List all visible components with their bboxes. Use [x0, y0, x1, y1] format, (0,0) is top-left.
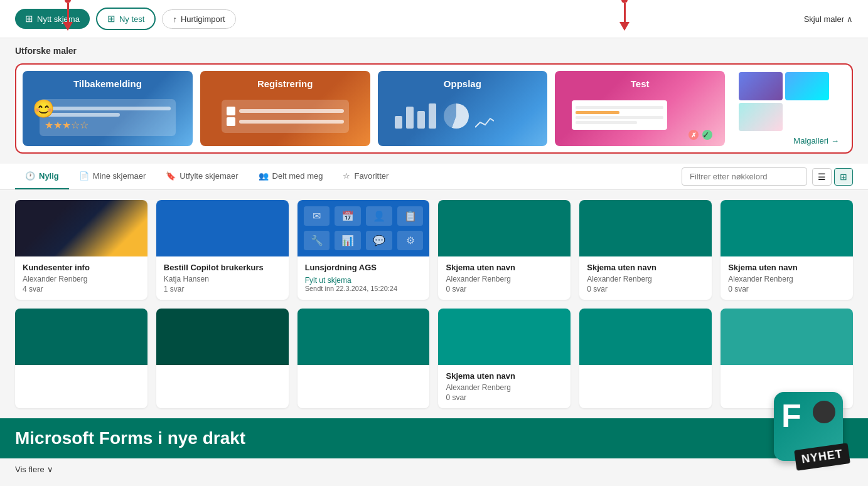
tab-favorites[interactable]: ☆ Favoritter — [333, 164, 399, 189]
form-card-2[interactable]: Bestill Copilot brukerkurs Katja Hansen … — [156, 200, 289, 300]
vis-flere-section: Vis flere ∨ — [0, 458, 868, 484]
form-info-3: Lunsjordning AGS Fylt ut skjema Sendt in… — [297, 256, 430, 298]
checkbox-2 — [227, 117, 235, 126]
form-name-6: Skjema uten navn — [728, 263, 845, 272]
check-bar-2 — [239, 120, 344, 124]
registration-mock — [222, 100, 349, 133]
gallery-img-3 — [739, 103, 783, 131]
gallery-img-1 — [739, 72, 783, 100]
test-icon: ⊞ — [107, 13, 115, 24]
lookup-mock — [395, 103, 531, 129]
form-date-3: Sendt inn 22.3.2024, 15:20:24 — [305, 285, 422, 292]
thumbnail-1 — [15, 200, 147, 256]
arrow-line — [67, 3, 69, 22]
form-card-4[interactable]: Skjema uten navn Alexander Renberg 0 sva… — [438, 200, 571, 300]
form-card-5[interactable]: Skjema uten navn Alexander Renberg 0 sva… — [579, 200, 712, 300]
form-info-10: Skjema uten navn Alexander Renberg 0 sva… — [438, 365, 571, 408]
toolbar: ⊞ Nytt skjema ⊞ Ny test ↑ Hurtigimport S… — [0, 0, 868, 38]
thumbnail-12 — [721, 309, 853, 365]
form-card-6[interactable]: Skjema uten navn Alexander Renberg 0 sva… — [721, 200, 853, 300]
form-name-1: Kundesenter info — [23, 263, 140, 272]
templates-section: Utforske maler Tilbakemelding 😊 ★★★☆☆ Re… — [0, 38, 868, 164]
new-form-button[interactable]: ⊞ Nytt skjema — [15, 9, 90, 29]
recent-icon: 🕐 — [25, 171, 35, 181]
template-feedback-title: Tilbakemelding — [23, 78, 193, 89]
form-info-4: Skjema uten navn Alexander Renberg 0 sva… — [438, 256, 571, 300]
form-card-8[interactable] — [156, 309, 289, 408]
form-info-2: Bestill Copilot brukerkurs Katja Hansen … — [156, 256, 289, 300]
form-count-10: 0 svar — [446, 393, 563, 402]
icon-cell-1: ✉ — [304, 206, 330, 226]
hide-templates-button[interactable]: Skjul maler ∧ — [804, 14, 853, 24]
mock-line-2 — [45, 113, 120, 117]
tab-filled[interactable]: 🔖 Utfylte skjemaer — [156, 164, 248, 189]
icon-cell-2: 📅 — [335, 206, 361, 226]
filled-icon: 🔖 — [166, 171, 176, 181]
form-card-7[interactable] — [15, 309, 147, 408]
form-card-9[interactable] — [297, 309, 430, 408]
gallery-link[interactable]: Malgalleri → — [793, 136, 839, 145]
x-icon: ✗ — [689, 130, 699, 140]
form-count-5: 0 svar — [587, 285, 704, 293]
gallery-images — [739, 72, 839, 131]
thumbnail-5 — [579, 200, 712, 256]
template-card-test[interactable]: Test ✓ ✗ — [555, 71, 725, 146]
form-card-11[interactable] — [579, 309, 712, 408]
thumbnail-7 — [15, 309, 147, 365]
vis-flere-label: Vis flere — [15, 465, 45, 474]
pie-chart — [444, 103, 469, 129]
form-name-3: Lunsjordning AGS — [305, 263, 422, 272]
template-card-lookup[interactable]: Oppslag — [378, 71, 548, 146]
form-icon: ⊞ — [25, 13, 33, 24]
thumbnail-8 — [156, 309, 289, 365]
import-icon: ↑ — [173, 14, 177, 24]
thumbnail-9 — [297, 309, 430, 365]
test-line-1 — [576, 106, 663, 109]
form-card-3[interactable]: ✉ 📅 👤 📋 🔧 📊 💬 ⚙ Lunsjordning AGS Fylt ut… — [297, 200, 430, 300]
form-name-10: Skjema uten navn — [446, 371, 563, 381]
tab-my-forms[interactable]: 📄 Mine skjemaer — [69, 164, 156, 189]
template-card-feedback[interactable]: Tilbakemelding 😊 ★★★☆☆ — [23, 71, 193, 146]
form-count-1: 4 svar — [23, 285, 140, 293]
tab-shared[interactable]: 👥 Delt med meg — [249, 164, 333, 189]
template-test-title: Test — [555, 78, 725, 89]
quick-import-button[interactable]: ↑ Hurtigimport — [162, 9, 235, 29]
form-info-6: Skjema uten navn Alexander Renberg 0 sva… — [721, 256, 853, 300]
filter-area: ☰ ⊞ — [682, 167, 853, 186]
check-bar-1 — [239, 109, 344, 113]
template-card-registration[interactable]: Registrering — [200, 71, 370, 146]
form-info-8 — [156, 365, 289, 380]
grid-view-button[interactable]: ⊞ — [834, 168, 853, 186]
form-author-10: Alexander Renberg — [446, 383, 563, 392]
test-sheet — [572, 100, 667, 130]
nyhet-icon-box: F NYHET — [774, 392, 843, 461]
form-card-1[interactable]: Kundesenter info Alexander Renberg 4 sva… — [15, 200, 147, 300]
check-line-2 — [227, 117, 344, 126]
new-test-label: Ny test — [119, 14, 144, 24]
banner-text: Microsoft Forms i nye drakt — [15, 428, 245, 448]
forms-section: Kundesenter info Alexander Renberg 4 sva… — [0, 190, 868, 418]
template-card-gallery[interactable]: Malgalleri → — [732, 71, 845, 146]
bar-2 — [406, 107, 414, 129]
nyhet-badge: F NYHET — [774, 392, 855, 473]
chevron-up-icon: ∧ — [847, 14, 853, 24]
form-count-6: 0 svar — [728, 285, 845, 293]
filter-input[interactable] — [682, 167, 807, 186]
vis-flere-button[interactable]: Vis flere ∨ — [15, 465, 53, 474]
tab-recent-label: Nylig — [39, 171, 59, 181]
favorites-icon: ☆ — [343, 171, 350, 181]
list-view-button[interactable]: ☰ — [812, 168, 832, 186]
thumbnail-10 — [438, 309, 571, 365]
icon-grid: ✉ 📅 👤 📋 🔧 📊 💬 ⚙ — [297, 200, 430, 256]
bar-4 — [429, 103, 436, 129]
form-card-10[interactable]: Skjema uten navn Alexander Renberg 0 sva… — [438, 309, 571, 408]
tab-recent[interactable]: 🕐 Nylig — [15, 164, 69, 189]
new-form-label: Nytt skjema — [37, 14, 80, 24]
icon-cell-5: 🔧 — [304, 231, 330, 250]
view-toggle: ☰ ⊞ — [812, 168, 853, 186]
new-test-button[interactable]: ⊞ Ny test — [96, 8, 156, 30]
form-author-6: Alexander Renberg — [728, 275, 845, 283]
shared-icon: 👥 — [259, 171, 269, 181]
form-link-3[interactable]: Fylt ut skjema — [305, 276, 351, 285]
tabs-bar: 🕐 Nylig 📄 Mine skjemaer 🔖 Utfylte skjema… — [0, 164, 868, 190]
